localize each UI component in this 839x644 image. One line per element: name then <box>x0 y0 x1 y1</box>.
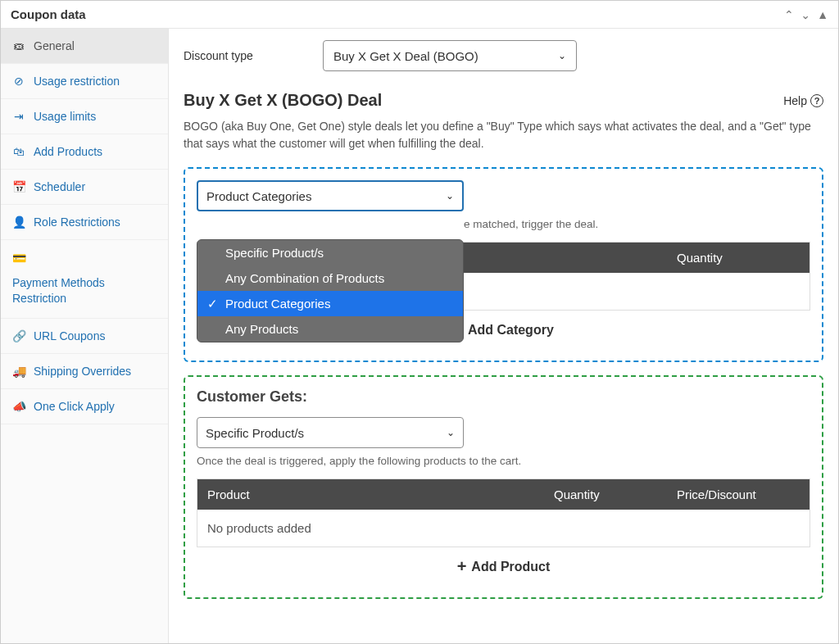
gets-table-empty: No products added <box>197 510 810 546</box>
help-icon: ? <box>810 94 823 107</box>
sidebar-item-role-restrictions[interactable]: 👤 Role Restrictions <box>1 205 168 240</box>
sidebar-item-label: One Click Apply <box>34 400 115 413</box>
chevron-down-icon: ⌄ <box>447 427 455 438</box>
discount-type-label: Discount type <box>184 49 306 62</box>
sidebar-item-usage-restriction[interactable]: ⊘ Usage restriction <box>1 64 168 99</box>
sidebar-item-label: General <box>34 39 75 52</box>
panel-collapse-icon[interactable]: ▲ <box>817 8 828 21</box>
chevron-down-icon: ⌄ <box>558 50 566 61</box>
dropdown-option-any-combination[interactable]: Any Combination of Products <box>197 265 463 291</box>
limits-icon: ⇥ <box>12 110 25 123</box>
link-icon: 🔗 <box>12 329 25 342</box>
sidebar-item-label: Usage restriction <box>34 75 120 88</box>
calendar-icon: 📅 <box>12 180 25 193</box>
gets-title: Customer Gets: <box>197 388 810 406</box>
gets-table: Product Quantity Price/Discount No produ… <box>197 478 810 547</box>
main-panel: Discount type Buy X Get X Deal (BOGO) ⌄ … <box>169 29 838 643</box>
sidebar-item-scheduler[interactable]: 📅 Scheduler <box>1 170 168 205</box>
sidebar-item-general[interactable]: 🎟 General <box>1 29 168 64</box>
table-header-product: Product <box>207 488 554 501</box>
panel-title: Coupon data <box>11 7 86 21</box>
sidebar: 🎟 General ⊘ Usage restriction ⇥ Usage li… <box>1 29 169 643</box>
ticket-icon: 🎟 <box>12 39 25 52</box>
table-header-quantity: Quantity <box>677 251 800 265</box>
customer-gets-box: Customer Gets: Specific Product/s ⌄ Once… <box>184 375 823 599</box>
sidebar-item-one-click-apply[interactable]: 📣 One Click Apply <box>1 389 168 424</box>
card-icon: 💳 <box>12 251 25 267</box>
plus-icon: + <box>457 557 467 576</box>
sidebar-item-payment-methods[interactable]: 💳 Payment Methods Restriction <box>1 240 168 319</box>
sidebar-item-label: Payment Methods Restriction <box>12 275 156 307</box>
sidebar-item-shipping-overrides[interactable]: 🚚 Shipping Overrides <box>1 354 168 389</box>
sidebar-item-url-coupons[interactable]: 🔗 URL Coupons <box>1 319 168 354</box>
dropdown-option-any-products[interactable]: Any Products <box>197 316 463 342</box>
buys-type-dropdown: Specific Product/s Any Combination of Pr… <box>197 239 464 342</box>
dropdown-option-specific-products[interactable]: Specific Product/s <box>197 240 463 265</box>
table-header-price: Price/Discount <box>677 488 800 501</box>
user-icon: 👤 <box>12 215 25 229</box>
sidebar-item-add-products[interactable]: 🛍 Add Products <box>1 134 168 170</box>
section-description: BOGO (aka Buy One, Get One) style deals … <box>184 118 823 152</box>
gets-hint: Once the deal is triggered, apply the fo… <box>197 455 810 467</box>
section-title: Buy X Get X (BOGO) Deal <box>184 91 382 110</box>
truck-icon: 🚚 <box>12 365 25 378</box>
customer-buys-box: Product Categories ⌄ Specific Product/s … <box>184 167 823 362</box>
chevron-down-icon: ⌄ <box>446 190 454 202</box>
help-link[interactable]: Help ? <box>783 94 823 107</box>
sidebar-item-label: Usage limits <box>34 110 96 123</box>
panel-down-icon[interactable]: ⌃ <box>800 8 810 21</box>
sidebar-item-label: URL Coupons <box>34 329 105 342</box>
sidebar-item-label: Add Products <box>34 145 102 158</box>
panel-header: Coupon data ⌃ ⌃ ▲ <box>1 1 838 29</box>
megaphone-icon: 📣 <box>12 400 25 413</box>
sidebar-item-label: Shipping Overrides <box>34 365 131 378</box>
table-header-quantity: Quantity <box>554 488 677 501</box>
gets-type-select[interactable]: Specific Product/s ⌄ <box>197 417 464 448</box>
bag-icon: 🛍 <box>12 145 25 158</box>
sidebar-item-label: Scheduler <box>34 180 85 193</box>
panel-up-icon[interactable]: ⌃ <box>784 8 794 21</box>
discount-type-select[interactable]: Buy X Get X Deal (BOGO) ⌄ <box>323 40 577 71</box>
sidebar-item-usage-limits[interactable]: ⇥ Usage limits <box>1 99 168 134</box>
add-product-button[interactable]: + Add Product <box>197 547 810 586</box>
buys-type-select[interactable]: Product Categories ⌄ <box>197 180 464 211</box>
block-icon: ⊘ <box>12 75 25 88</box>
sidebar-item-label: Role Restrictions <box>34 215 120 229</box>
dropdown-option-product-categories[interactable]: Product Categories <box>197 291 463 316</box>
buys-hint: e matched, trigger the deal. <box>197 218 810 230</box>
